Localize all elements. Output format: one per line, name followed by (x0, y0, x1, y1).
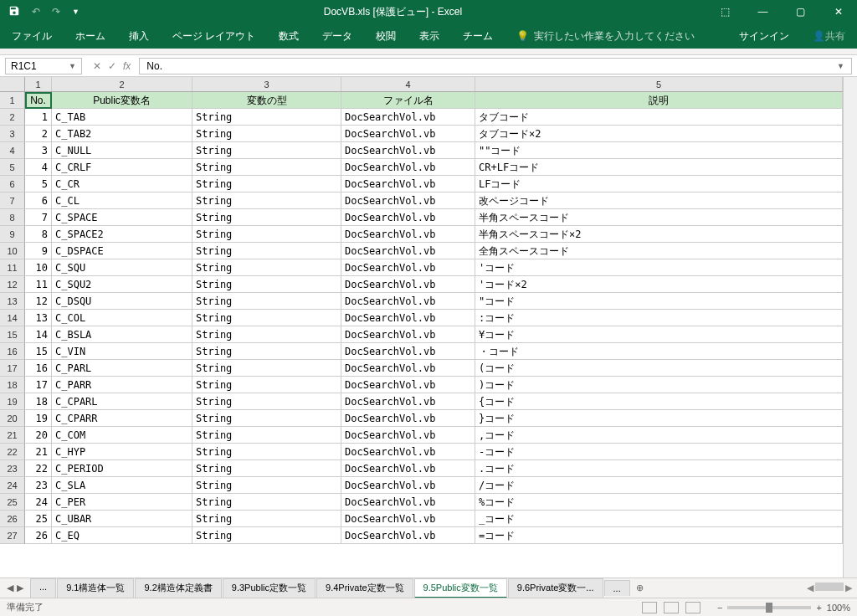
cell-name[interactable]: C_CPARR (52, 410, 192, 427)
cell-name[interactable]: C_EQ (52, 527, 192, 544)
row-header[interactable]: 26 (0, 511, 25, 527)
cell-name[interactable]: C_DSQU (52, 293, 192, 310)
cell-no[interactable]: 15 (25, 343, 52, 360)
cell-file[interactable]: DocSearchVol.vb (341, 444, 475, 460)
page-break-view-icon[interactable] (685, 602, 700, 613)
qat-more-icon[interactable]: ▼ (72, 8, 80, 16)
tab-home[interactable]: ホーム (64, 23, 117, 49)
sheet-prev-icon[interactable]: ◀ (7, 583, 13, 593)
save-icon[interactable] (8, 5, 20, 19)
spreadsheet-grid[interactable]: 1 2 3 4 5 1No.Public変数名変数の型ファイル名説明21C_TA… (0, 77, 857, 578)
cell-desc[interactable]: CR+LFコード (475, 159, 843, 176)
cell-header-type[interactable]: 変数の型 (192, 92, 341, 109)
cell-file[interactable]: DocSearchVol.vb (341, 511, 475, 527)
fx-icon[interactable]: fx (123, 60, 131, 72)
cell-no[interactable]: 9 (25, 243, 52, 259)
cell-file[interactable]: DocSearchVol.vb (341, 393, 475, 410)
cell-type[interactable]: String (192, 126, 341, 142)
cell-name[interactable]: C_VIN (52, 343, 192, 360)
cell-name[interactable]: C_CPARL (52, 393, 192, 410)
cell-type[interactable]: String (192, 293, 341, 310)
cell-no[interactable]: 19 (25, 410, 52, 427)
cell-name[interactable]: C_SLA (52, 477, 192, 494)
row-header[interactable]: 9 (0, 226, 25, 243)
cell-no[interactable]: 4 (25, 159, 52, 176)
cell-file[interactable]: DocSearchVol.vb (341, 377, 475, 393)
cell-file[interactable]: DocSearchVol.vb (341, 310, 475, 326)
cell-name[interactable]: C_UBAR (52, 511, 192, 527)
sheet-tab[interactable]: ... (30, 578, 56, 598)
cell-desc[interactable]: }コード (475, 410, 843, 427)
cell-type[interactable]: String (192, 410, 341, 427)
cell-type[interactable]: String (192, 511, 341, 527)
horizontal-scrollbar[interactable]: ◀▶ (807, 583, 857, 593)
col-header-2[interactable]: 2 (52, 77, 192, 91)
name-box[interactable]: R1C1 ▼ (5, 58, 82, 74)
row-header[interactable]: 14 (0, 310, 25, 326)
cell-no[interactable]: 7 (25, 209, 52, 226)
cell-desc[interactable]: タブコード×2 (475, 126, 843, 142)
vertical-scrollbar[interactable] (843, 77, 857, 578)
cell-file[interactable]: DocSearchVol.vb (341, 276, 475, 293)
cell-no[interactable]: 23 (25, 477, 52, 494)
cell-no[interactable]: 17 (25, 377, 52, 393)
row-header[interactable]: 7 (0, 192, 25, 209)
row-header[interactable]: 24 (0, 477, 25, 494)
cell-type[interactable]: String (192, 142, 341, 159)
cell-type[interactable]: String (192, 360, 341, 377)
row-header[interactable]: 19 (0, 393, 25, 410)
cell-file[interactable]: DocSearchVol.vb (341, 410, 475, 427)
cell-no[interactable]: 2 (25, 126, 52, 142)
cell-file[interactable]: DocSearchVol.vb (341, 293, 475, 310)
cell-desc[interactable]: -コード (475, 444, 843, 460)
tab-team[interactable]: チーム (451, 23, 505, 49)
row-header[interactable]: 27 (0, 527, 25, 544)
row-header[interactable]: 5 (0, 159, 25, 176)
row-header[interactable]: 25 (0, 494, 25, 511)
row-header[interactable]: 13 (0, 293, 25, 310)
row-header[interactable]: 16 (0, 343, 25, 360)
cancel-icon[interactable]: ✕ (93, 60, 101, 72)
cell-name[interactable]: C_HYP (52, 444, 192, 460)
cell-desc[interactable]: タブコード (475, 109, 843, 126)
cell-no[interactable]: 11 (25, 276, 52, 293)
cell-file[interactable]: DocSearchVol.vb (341, 527, 475, 544)
cell-header-name[interactable]: Public変数名 (52, 92, 192, 109)
cell-type[interactable]: String (192, 176, 341, 192)
normal-view-icon[interactable] (642, 602, 657, 613)
col-header-1[interactable]: 1 (25, 77, 52, 91)
zoom-slider[interactable] (727, 606, 811, 609)
cell-type[interactable]: String (192, 159, 341, 176)
cell-no[interactable]: 10 (25, 259, 52, 276)
tab-view[interactable]: 表示 (408, 23, 451, 49)
cell-type[interactable]: String (192, 209, 341, 226)
cell-file[interactable]: DocSearchVol.vb (341, 159, 475, 176)
cell-header-desc[interactable]: 説明 (475, 92, 843, 109)
cell-desc[interactable]: ""コード (475, 142, 843, 159)
tab-formulas[interactable]: 数式 (267, 23, 310, 49)
zoom-out-icon[interactable]: − (717, 603, 722, 613)
cell-file[interactable]: DocSearchVol.vb (341, 226, 475, 243)
chevron-down-icon[interactable]: ▼ (69, 62, 76, 70)
cell-desc[interactable]: ・コード (475, 343, 843, 360)
cell-file[interactable]: DocSearchVol.vb (341, 176, 475, 192)
cell-type[interactable]: String (192, 393, 341, 410)
col-header-3[interactable]: 3 (192, 77, 341, 91)
cell-no[interactable]: 14 (25, 326, 52, 343)
cell-name[interactable]: C_CR (52, 176, 192, 192)
cell-no[interactable]: 6 (25, 192, 52, 209)
cell-name[interactable]: C_PARL (52, 360, 192, 377)
row-header[interactable]: 22 (0, 444, 25, 460)
cell-type[interactable]: String (192, 427, 341, 444)
col-header-5[interactable]: 5 (475, 77, 843, 91)
cell-type[interactable]: String (192, 109, 341, 126)
close-icon[interactable]: ✕ (819, 0, 857, 23)
cell-file[interactable]: DocSearchVol.vb (341, 460, 475, 477)
cell-desc[interactable]: 改ページコード (475, 192, 843, 209)
cell-type[interactable]: String (192, 310, 341, 326)
minimize-icon[interactable]: — (744, 0, 782, 23)
cell-name[interactable]: C_COM (52, 427, 192, 444)
cell-desc[interactable]: /コード (475, 477, 843, 494)
row-header[interactable]: 4 (0, 142, 25, 159)
cell-file[interactable]: DocSearchVol.vb (341, 360, 475, 377)
